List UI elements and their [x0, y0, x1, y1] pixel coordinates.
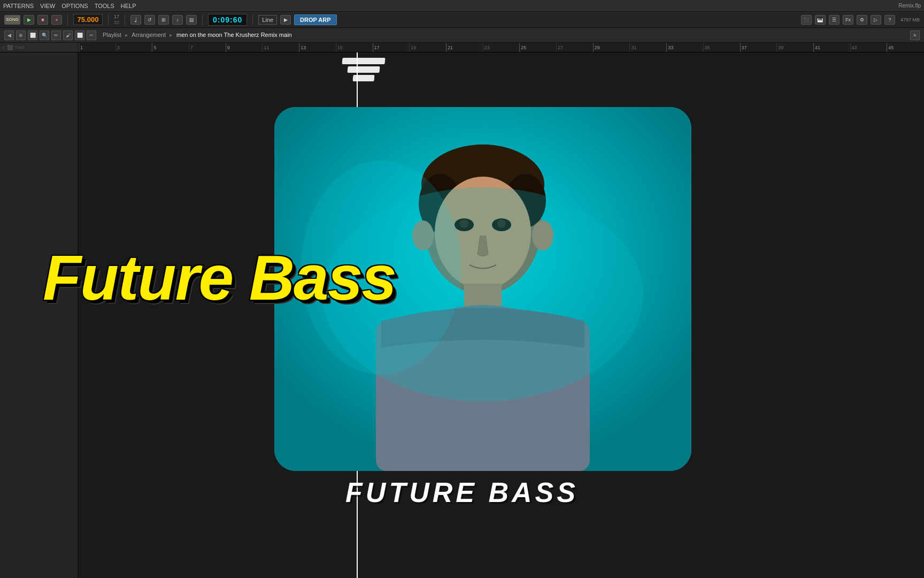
- play-btn[interactable]: ▶: [24, 15, 34, 25]
- breadcrumb: Playlist ▸ Arrangement ▸ men on the moon…: [103, 32, 292, 39]
- check-overlay: [342, 58, 385, 81]
- beat-numerator: 17: [114, 14, 119, 19]
- menu-view[interactable]: VIEW: [40, 3, 55, 9]
- menu-bar: PATTERNS VIEW OPTIONS TOOLS HELP Remix.f…: [0, 0, 924, 12]
- stop-btn[interactable]: ■: [37, 15, 48, 25]
- select-btn[interactable]: ⬜: [28, 31, 37, 40]
- check-bar-3: [352, 75, 374, 81]
- ruler-mark-13: 13: [299, 43, 306, 52]
- help-icon[interactable]: ?: [884, 15, 895, 25]
- ruler-mark-31: 31: [629, 43, 636, 52]
- ruler-mark-23: 23: [483, 43, 490, 52]
- sep2: [108, 14, 109, 25]
- ruler-mark-5: 5: [152, 43, 156, 52]
- menu-options[interactable]: OPTIONS: [61, 3, 88, 9]
- ruler-mark-39: 39: [776, 43, 783, 52]
- menu-help[interactable]: HELP: [121, 3, 136, 9]
- close-toolbar-btn[interactable]: ✕: [910, 31, 920, 40]
- loop-icon[interactable]: ↺: [144, 15, 155, 25]
- song-mode-btn[interactable]: SONG: [4, 15, 20, 25]
- sep5: [252, 14, 253, 25]
- record-btn[interactable]: ●: [51, 15, 62, 25]
- line-selector[interactable]: Line: [258, 15, 277, 25]
- ruler-mark-27: 27: [556, 43, 563, 52]
- slice-btn[interactable]: ✂: [87, 31, 96, 40]
- erase-btn[interactable]: ⬜: [75, 31, 84, 40]
- check-bar-2: [347, 66, 380, 73]
- ruler-mark-9: 9: [226, 43, 230, 52]
- check-bar-1: [342, 58, 385, 64]
- ruler-mark-37: 37: [740, 43, 747, 52]
- render-icon[interactable]: ▷: [871, 15, 881, 25]
- sep1: [67, 14, 68, 25]
- piano-roll-icon[interactable]: 🎹: [815, 15, 826, 25]
- ruler-mark-11: 11: [262, 43, 269, 52]
- plugin-icon[interactable]: ⚙: [857, 15, 867, 25]
- metronome-icon[interactable]: ♩: [130, 15, 141, 25]
- future-bass-subtitle: FUTURE BASS: [345, 476, 579, 508]
- transport-bar: SONG ▶ ■ ● 75.000 17 32 ♩ ↺ ⊞ ♪ ▤ 0:09:6…: [0, 12, 924, 28]
- ruler-mark-1: 1: [79, 43, 83, 52]
- sep3: [125, 14, 125, 25]
- drop-arp-btn[interactable]: DROP ARP: [294, 14, 336, 25]
- ruler-mark-43: 43: [850, 43, 857, 52]
- ruler-marks[interactable]: 1357911131517192123252729313335373941434…: [79, 43, 924, 52]
- ruler-mark-7: 7: [189, 43, 193, 52]
- ruler-mark-41: 41: [813, 43, 820, 52]
- channel-icon[interactable]: ▤: [186, 15, 197, 25]
- ruler-mark-25: 25: [519, 43, 526, 52]
- time-display: 0:09:60: [208, 14, 247, 26]
- memory-display: 4797 MB: [900, 17, 920, 22]
- nav-icon[interactable]: ⊕: [16, 31, 26, 40]
- ruler-track-col: ↕ ⬛ Tract: [0, 43, 79, 52]
- ruler-mark-21: 21: [446, 43, 453, 52]
- track-list: [0, 52, 79, 578]
- ruler-mark-45: 45: [887, 43, 894, 52]
- bpm-display[interactable]: 75.000: [73, 14, 103, 25]
- menu-patterns[interactable]: PATTERNS: [3, 3, 34, 9]
- mixer-icon[interactable]: ⊞: [158, 15, 169, 25]
- playlist-icon[interactable]: ☰: [829, 15, 840, 25]
- ruler: ↕ ⬛ Tract 135791113151719212325272931333…: [0, 43, 924, 52]
- line-arrow[interactable]: ▶: [280, 15, 291, 25]
- ruler-mark-3: 3: [116, 43, 120, 52]
- paint-btn[interactable]: 🖌: [63, 31, 73, 40]
- ruler-mark-19: 19: [409, 43, 416, 52]
- ruler-mark-15: 15: [336, 43, 343, 52]
- second-toolbar: ◀ ⊕ ⬜ 🔍 ✏ 🖌 ⬜ ✂ Playlist ▸ Arrangement ▸…: [0, 28, 924, 43]
- pencil-btn[interactable]: ✏: [51, 31, 61, 40]
- step-count: 32: [114, 20, 119, 25]
- ruler-mark-29: 29: [593, 43, 600, 52]
- sep4: [202, 14, 203, 25]
- menu-tools[interactable]: TOOLS: [95, 3, 114, 9]
- file-name: Remix.flp: [898, 3, 921, 9]
- ruler-mark-17: 17: [373, 43, 380, 52]
- fx-icon[interactable]: Fx: [843, 15, 853, 25]
- ruler-mark-33: 33: [666, 43, 673, 52]
- ruler-mark-35: 35: [703, 43, 710, 52]
- back-btn[interactable]: ◀: [4, 31, 14, 40]
- mixer-view-icon[interactable]: ⬛: [801, 15, 812, 25]
- piano-icon[interactable]: ♪: [172, 15, 183, 25]
- zoom-btn[interactable]: 🔍: [40, 31, 49, 40]
- future-bass-title: Future Bass: [43, 246, 396, 309]
